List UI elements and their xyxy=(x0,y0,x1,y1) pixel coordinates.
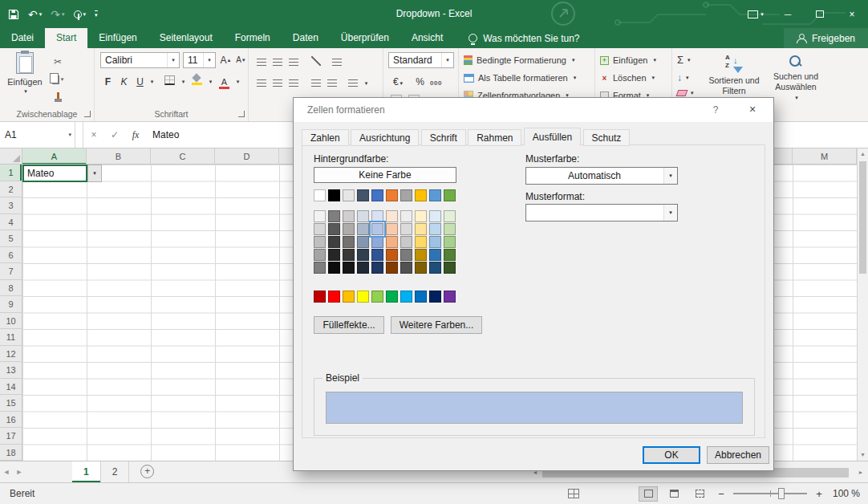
accounting-format-button[interactable]: €▾ xyxy=(388,74,408,90)
bold-button[interactable]: F xyxy=(100,74,116,90)
ok-button[interactable]: OK xyxy=(643,446,700,464)
color-swatch[interactable] xyxy=(400,262,412,274)
scroll-up-icon[interactable]: ▲ xyxy=(858,148,868,160)
color-swatch[interactable] xyxy=(357,189,369,201)
color-swatch[interactable] xyxy=(371,291,383,303)
find-select-button[interactable]: Suchen und Auswählen ▾ xyxy=(765,51,826,120)
conditional-formatting-button[interactable]: Bedingte Formatierung▾ xyxy=(464,52,574,68)
increase-indent-button[interactable] xyxy=(324,75,339,91)
zoom-slider[interactable] xyxy=(733,487,807,500)
row-header-8[interactable]: 8 xyxy=(0,280,22,297)
row-header-6[interactable]: 6 xyxy=(0,247,22,264)
color-swatch[interactable] xyxy=(314,249,326,261)
row-header-13[interactable]: 13 xyxy=(0,362,22,379)
tab-datei[interactable]: Datei xyxy=(0,28,45,48)
page-layout-view-button[interactable] xyxy=(664,486,683,502)
color-swatch[interactable] xyxy=(371,189,383,201)
align-middle-button[interactable] xyxy=(270,55,285,71)
color-swatch[interactable] xyxy=(415,189,427,201)
ribbon-display-options-button[interactable]: ▾ xyxy=(740,0,772,28)
color-swatch[interactable] xyxy=(444,262,456,274)
merge-options-button[interactable]: ▾ xyxy=(359,75,374,91)
zoom-in-button[interactable]: + xyxy=(813,488,825,500)
format-as-table-button[interactable]: Als Tabelle formatieren▾ xyxy=(464,70,576,86)
color-swatch[interactable] xyxy=(314,291,326,303)
dialog-launcher-icon[interactable] xyxy=(84,111,91,117)
row-header-11[interactable]: 11 xyxy=(0,329,22,346)
color-swatch[interactable] xyxy=(343,189,355,201)
cut-button[interactable]: ✂ xyxy=(50,54,66,70)
clear-button[interactable]: ▾ xyxy=(677,90,694,96)
cancel-entry-button[interactable]: × xyxy=(83,122,104,148)
color-swatch[interactable] xyxy=(400,223,412,235)
column-header-B[interactable]: B xyxy=(87,148,151,165)
tab-rahmen[interactable]: Rahmen xyxy=(468,129,521,146)
tab-formeln[interactable]: Formeln xyxy=(224,28,282,48)
cell-A1[interactable]: Mateo xyxy=(22,165,87,182)
row-header-4[interactable]: 4 xyxy=(0,214,22,231)
color-swatch[interactable] xyxy=(415,236,427,248)
comma-style-button[interactable]: 000 xyxy=(428,74,444,90)
color-swatch[interactable] xyxy=(400,236,412,248)
row-header-18[interactable]: 18 xyxy=(0,445,22,461)
row-header-16[interactable]: 16 xyxy=(0,412,22,429)
undo-button[interactable]: ↶▾ xyxy=(25,5,45,24)
number-format-select[interactable]: Standard▾ xyxy=(388,52,454,68)
minimize-button[interactable]: ─ xyxy=(772,0,804,28)
customize-qat-button[interactable]: ▾ xyxy=(91,5,101,24)
share-button[interactable]: Freigeben xyxy=(784,28,868,48)
zoom-slider-thumb[interactable] xyxy=(778,488,785,499)
color-swatch[interactable] xyxy=(314,210,326,222)
tab-ausfuellen[interactable]: Ausfüllen xyxy=(524,128,581,146)
color-swatch[interactable] xyxy=(314,236,326,248)
zoom-level[interactable]: 100 % xyxy=(831,488,860,499)
color-swatch[interactable] xyxy=(444,291,456,303)
row-header-2[interactable]: 2 xyxy=(0,181,22,198)
select-all-corner[interactable] xyxy=(0,148,22,165)
dialog-close-button[interactable]: × xyxy=(743,103,762,116)
color-swatch[interactable] xyxy=(357,210,369,222)
row-header-3[interactable]: 3 xyxy=(0,197,22,214)
color-swatch[interactable] xyxy=(371,236,383,248)
grid-icon[interactable] xyxy=(568,489,579,498)
orientation-button[interactable] xyxy=(308,55,323,71)
color-swatch[interactable] xyxy=(328,236,340,248)
tab-ausrichtung[interactable]: Ausrichtung xyxy=(351,129,419,146)
color-swatch[interactable] xyxy=(429,189,441,201)
color-swatch[interactable] xyxy=(444,210,456,222)
color-swatch[interactable] xyxy=(415,291,427,303)
fill-effects-button[interactable]: Fülleffekte... xyxy=(314,316,384,334)
color-swatch[interactable] xyxy=(357,291,369,303)
cancel-button[interactable]: Abbrechen xyxy=(707,446,769,464)
color-swatch[interactable] xyxy=(386,249,398,261)
align-right-button[interactable] xyxy=(286,75,301,91)
insert-function-button[interactable]: fx xyxy=(125,122,146,148)
tell-me-box[interactable]: Was möchten Sie tun? xyxy=(460,28,587,48)
align-left-button[interactable] xyxy=(254,75,269,91)
zoom-out-button[interactable]: − xyxy=(716,488,727,500)
touch-mode-button[interactable]: ▾ xyxy=(71,5,90,24)
pattern-color-select[interactable]: Automatisch▾ xyxy=(525,167,678,185)
maximize-button[interactable] xyxy=(804,0,836,28)
decrease-indent-button[interactable] xyxy=(308,75,323,91)
color-swatch[interactable] xyxy=(357,249,369,261)
dialog-launcher-icon[interactable] xyxy=(238,111,245,117)
font-size-select[interactable]: 11▾ xyxy=(183,52,216,68)
pattern-style-select[interactable]: ▾ xyxy=(525,204,678,222)
color-swatch[interactable] xyxy=(371,223,383,235)
page-break-view-button[interactable] xyxy=(690,486,709,502)
fill-button[interactable]: ↓▾ xyxy=(677,72,689,83)
font-color-options-button[interactable]: ▾ xyxy=(230,74,245,90)
decrease-font-button[interactable]: A▼ xyxy=(233,52,249,68)
delete-cells-button[interactable]: ×Löschen▾ xyxy=(600,70,655,86)
column-header-D[interactable]: D xyxy=(215,148,279,165)
color-swatch[interactable] xyxy=(371,210,383,222)
color-swatch[interactable] xyxy=(357,236,369,248)
italic-button[interactable]: K xyxy=(116,74,132,90)
color-swatch[interactable] xyxy=(429,223,441,235)
color-swatch[interactable] xyxy=(444,249,456,261)
color-swatch[interactable] xyxy=(429,262,441,274)
new-sheet-button[interactable]: + xyxy=(140,465,154,478)
row-header-7[interactable]: 7 xyxy=(0,263,22,280)
tab-seitenlayout[interactable]: Seitenlayout xyxy=(148,28,224,48)
